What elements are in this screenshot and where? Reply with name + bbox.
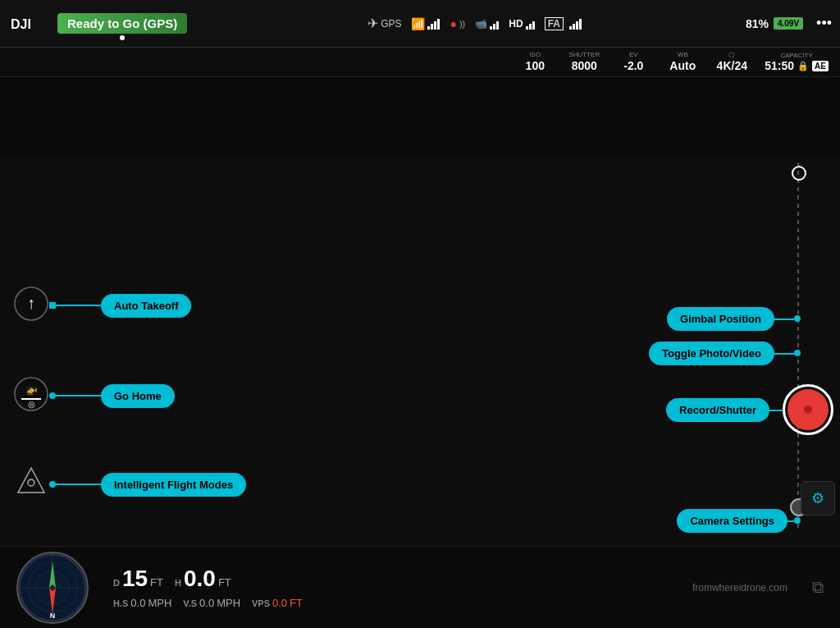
top-bar: DJI Ready to Go (GPS) ✈ GPS 📶: [0, 0, 840, 48]
iso-label: ISO: [518, 51, 551, 58]
signal-bars-1: 📶: [411, 17, 440, 30]
camera-settings-button[interactable]: Camera Settings: [677, 509, 788, 533]
wb-setting: WB Auto: [666, 51, 699, 73]
toggle-dot: [794, 350, 801, 356]
battery-area: 81% 4.09V •••: [746, 15, 832, 32]
bottom-bar: N D 15 FT H 0.0 FT H.S 0.0 MPH V.S: [0, 546, 840, 628]
battery-voltage: 4.09V: [774, 17, 803, 30]
wifi-icon: 📶: [411, 17, 425, 30]
ev-setting: EV -2.0: [617, 51, 650, 73]
more-menu-button[interactable]: •••: [816, 15, 832, 32]
ae-badge: AE: [812, 61, 829, 71]
svg-text:🚁: 🚁: [25, 383, 38, 395]
iso-setting: ISO 100: [518, 51, 551, 73]
vs-value: 0.0: [199, 597, 214, 609]
camera-settings-dot: [794, 517, 801, 524]
takeoff-icon: ↑: [13, 286, 49, 325]
flight-modes-icon: [13, 465, 49, 504]
auto-takeoff-label: Auto Takeoff: [114, 300, 178, 312]
go-home-dot: [49, 392, 56, 399]
svg-text:DJI: DJI: [11, 17, 31, 31]
gimbal-position-button[interactable]: Gimbal Position: [667, 307, 774, 331]
telemetry-panel: D 15 FT H 0.0 FT H.S 0.0 MPH V.S 0.0 MPH: [113, 566, 303, 609]
cap-label: CAPACITY: [765, 52, 829, 59]
video-signal: 📹: [475, 18, 499, 30]
vs-item: V.S 0.0 MPH: [183, 597, 240, 609]
resolution-setting: ▢ 4K/24: [715, 51, 748, 73]
screenshot-icon[interactable]: ⧉: [812, 578, 824, 597]
record-shutter-button[interactable]: [783, 384, 833, 435]
svg-marker-7: [18, 468, 44, 493]
gps-label: GPS: [381, 18, 401, 30]
vps-label: VPS: [252, 598, 270, 608]
height-unit: FT: [218, 576, 231, 589]
gimbal-position-label: Gimbal Position: [680, 313, 761, 325]
go-home-label: Go Home: [114, 390, 162, 402]
hs-value: 0.0: [130, 597, 145, 609]
camera-settings-icon-button[interactable]: ⚙: [801, 481, 835, 516]
lock-icon: 🔒: [797, 61, 809, 71]
res-value: 4K/24: [717, 59, 747, 72]
distance-value: 15: [122, 566, 148, 592]
height-label: H: [175, 578, 181, 588]
status-text: Ready to Go (GPS): [67, 16, 177, 30]
hs-label: H.S: [113, 598, 128, 608]
takeoff-dot: [49, 302, 56, 309]
distance-label: D: [113, 578, 120, 588]
compass: N: [16, 552, 89, 624]
toggle-photo-video-button[interactable]: Toggle Photo/Video: [649, 342, 774, 365]
go-home-button[interactable]: Go Home: [101, 384, 175, 408]
shutter-value: 8000: [572, 59, 597, 72]
camera-bar: ISO 100 SHUTTER 8000 EV -2.0 WB Auto ▢ 4…: [0, 48, 840, 77]
shutter-label: SHUTTER: [568, 51, 600, 58]
toggle-photo-video-label: Toggle Photo/Video: [662, 347, 761, 360]
intelligent-flight-label: Intelligent Flight Modes: [114, 479, 233, 491]
vps-unit: FT: [290, 597, 303, 609]
hs-unit: MPH: [148, 597, 171, 609]
fa-indicator: FA: [545, 17, 582, 30]
record-shutter-label: Record/Shutter: [679, 404, 756, 416]
status-bar: Ready to Go (GPS) ✈ GPS 📶 ● )): [57, 13, 832, 34]
vps-value: 0.0: [272, 597, 287, 609]
ev-value: -2.0: [623, 59, 643, 72]
svg-text:◎: ◎: [28, 400, 35, 409]
battery-percent: 81%: [746, 17, 769, 30]
dji-logo: DJI: [8, 9, 49, 39]
website-text: fromwhereidrone.com: [692, 582, 788, 594]
iso-value: 100: [526, 59, 545, 72]
ev-label: EV: [617, 51, 650, 58]
hd-indicator: HD: [509, 18, 534, 30]
status-pill: Ready to Go (GPS): [57, 13, 187, 34]
vs-label: V.S: [183, 598, 197, 608]
intelligent-flight-button[interactable]: Intelligent Flight Modes: [101, 473, 246, 497]
vs-unit: MPH: [217, 597, 240, 609]
signal-icons: ✈ GPS 📶 ● )) 📹: [203, 16, 746, 31]
height-item: H 0.0 FT: [175, 566, 231, 592]
record-line: [769, 410, 783, 411]
res-label: ▢: [715, 51, 748, 58]
drone-icon: ✈: [368, 16, 378, 31]
svg-text:N: N: [50, 612, 56, 620]
telem-row-1: D 15 FT H 0.0 FT: [113, 566, 303, 592]
shutter-setting: SHUTTER 8000: [568, 51, 600, 73]
svg-point-8: [28, 479, 34, 486]
flight-modes-line: [56, 484, 101, 485]
video-icon: 📹: [475, 18, 487, 30]
gimbal-slider-top[interactable]: [792, 166, 806, 181]
telem-row-2: H.S 0.0 MPH V.S 0.0 MPH VPS 0.0 FT: [113, 597, 303, 609]
slider-track: [797, 163, 799, 532]
gps-indicator: ✈ GPS: [368, 16, 401, 31]
record-shutter-label-button: Record/Shutter: [666, 398, 769, 422]
go-home-icon: 🚁 ◎: [13, 376, 49, 415]
wb-label: WB: [666, 51, 699, 58]
transmission-indicator: ● )): [450, 17, 465, 30]
wb-value: Auto: [669, 59, 696, 72]
height-value: 0.0: [184, 566, 216, 592]
go-home-line: [56, 395, 101, 397]
cap-value: 51:50: [765, 59, 794, 72]
record-inner: [788, 389, 829, 430]
takeoff-line: [56, 305, 101, 306]
flight-modes-dot: [49, 481, 56, 488]
auto-takeoff-button[interactable]: Auto Takeoff: [101, 294, 191, 318]
capacity-setting: CAPACITY 51:50 🔒 AE: [765, 52, 829, 72]
